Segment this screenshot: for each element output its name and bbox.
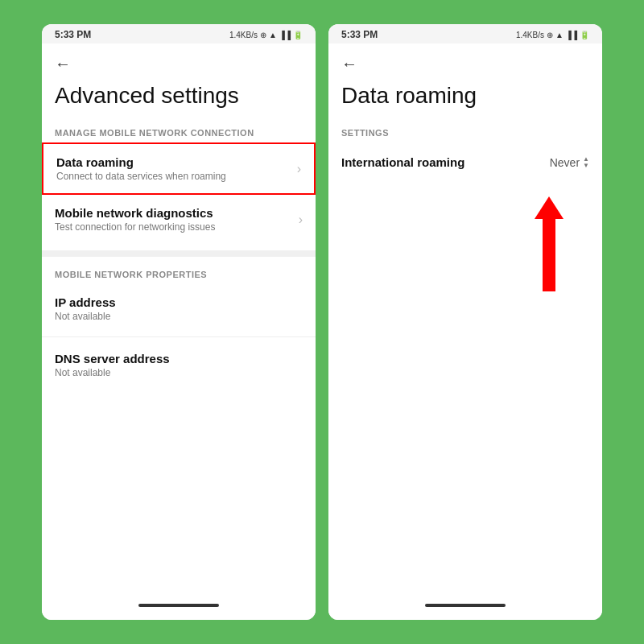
ip-address-item: IP address Not available xyxy=(42,284,316,333)
left-time: 5:33 PM xyxy=(55,29,91,40)
right-back-button[interactable]: ← xyxy=(328,43,602,76)
right-section-header: SETTINGS xyxy=(328,122,602,142)
international-roaming-item[interactable]: International roaming Never ▲ ▼ xyxy=(328,142,602,182)
mobile-network-diag-title: Mobile network diagnostics xyxy=(55,206,292,220)
left-divider xyxy=(42,250,316,257)
red-arrow-head xyxy=(535,196,564,219)
left-page-title: Advanced settings xyxy=(42,76,316,122)
left-home-indicator xyxy=(138,604,219,607)
left-screen-content: ← Advanced settings MANAGE MOBILE NETWOR… xyxy=(42,43,316,596)
right-page-title: Data roaming xyxy=(328,76,602,122)
left-back-button[interactable]: ← xyxy=(42,43,316,76)
left-section1-header: MANAGE MOBILE NETWORK CONNECTION xyxy=(42,122,316,142)
battery-icon: 🔋 xyxy=(293,31,303,39)
data-roaming-content: Data roaming Connect to data services wh… xyxy=(56,155,291,182)
data-roaming-chevron: › xyxy=(297,162,301,176)
right-battery-icon: 🔋 xyxy=(580,31,589,39)
data-roaming-title: Data roaming xyxy=(56,155,291,169)
right-status-icons: 1.4KB/s ⊕ ▲ ▐▐ 🔋 xyxy=(516,31,589,39)
right-screen-content: ← Data roaming SETTINGS International ro… xyxy=(328,43,602,596)
international-roaming-label: International roaming xyxy=(341,155,464,169)
left-status-icons: 1.4KB/s ⊕ ▲ ▐▐ 🔋 xyxy=(229,31,303,39)
right-phone-screen: 5:33 PM 1.4KB/s ⊕ ▲ ▐▐ 🔋 ← Data roaming … xyxy=(328,24,602,620)
left-section2-header: MOBILE NETWORK PROPERTIES xyxy=(42,263,316,284)
wifi-icon: ▲ xyxy=(269,31,277,39)
right-bluetooth-icon: ⊕ xyxy=(547,31,553,39)
right-home-indicator xyxy=(425,604,506,607)
dns-server-title: DNS server address xyxy=(55,352,303,365)
right-signal-text: 1.4KB/s xyxy=(516,31,544,39)
signal-text: 1.4KB/s xyxy=(229,31,258,39)
ip-address-value: Not available xyxy=(55,311,303,322)
data-roaming-subtitle: Connect to data services when roaming xyxy=(56,171,291,182)
right-wifi-icon: ▲ xyxy=(555,31,564,39)
dns-server-item: DNS server address Not available xyxy=(42,341,316,390)
dns-server-content: DNS server address Not available xyxy=(55,352,303,378)
ip-address-content: IP address Not available xyxy=(55,295,303,322)
signal-bars-icon: ▐▐ xyxy=(279,31,291,39)
mobile-network-diag-subtitle: Test connection for networking issues xyxy=(55,221,292,233)
mobile-network-diag-item[interactable]: Mobile network diagnostics Test connecti… xyxy=(42,195,316,244)
right-time: 5:33 PM xyxy=(341,29,378,40)
right-status-bar: 5:33 PM 1.4KB/s ⊕ ▲ ▐▐ 🔋 xyxy=(328,24,602,43)
ip-divider xyxy=(42,336,316,337)
international-roaming-value-container[interactable]: Never ▲ ▼ xyxy=(550,156,589,169)
bluetooth-icon: ⊕ xyxy=(260,31,266,39)
red-arrow-annotation xyxy=(535,196,564,291)
left-nav-bar xyxy=(42,596,316,620)
right-nav-bar xyxy=(328,596,602,620)
left-phone-screen: 5:33 PM 1.4KB/s ⊕ ▲ ▐▐ 🔋 ← Advanced sett… xyxy=(42,24,316,620)
ip-address-title: IP address xyxy=(55,295,303,309)
dns-server-value: Not available xyxy=(55,367,303,378)
mobile-network-diag-chevron: › xyxy=(299,213,303,227)
red-arrow-body xyxy=(543,219,555,291)
data-roaming-item[interactable]: Data roaming Connect to data services wh… xyxy=(42,142,316,195)
mobile-network-diag-content: Mobile network diagnostics Test connecti… xyxy=(55,206,292,233)
left-status-bar: 5:33 PM 1.4KB/s ⊕ ▲ ▐▐ 🔋 xyxy=(42,24,316,43)
never-spinner-icon: ▲ ▼ xyxy=(583,156,589,169)
international-roaming-value: Never xyxy=(550,156,580,169)
right-signal-bars-icon: ▐▐ xyxy=(566,31,577,39)
